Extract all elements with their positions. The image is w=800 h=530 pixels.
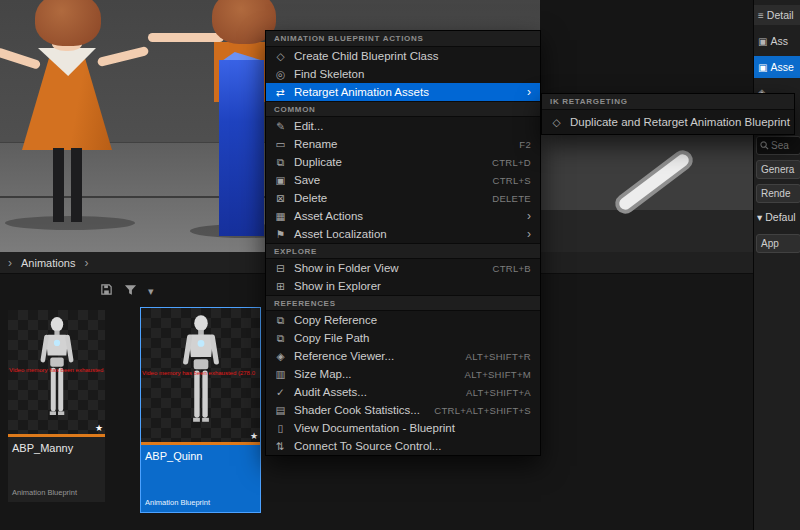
character-leg (71, 148, 82, 222)
shortcut-label: DELETE (492, 193, 531, 204)
character-orange-dress (5, 0, 145, 240)
menu-item-reference-viewer[interactable]: ◈Reference Viewer...ALT+SHIFT+R (266, 347, 540, 365)
search-input[interactable]: Sea (756, 136, 800, 155)
details-icon: ≡ (758, 10, 764, 21)
reference-viewer-icon: ◈ (273, 350, 288, 362)
size-map-icon: ▥ (273, 368, 288, 380)
character-leg (53, 148, 64, 222)
breadcrumb-root-chevron-icon[interactable]: › (8, 256, 12, 270)
menu-item-find-skeleton[interactable]: ◎Find Skeleton (266, 65, 540, 83)
menu-item-copy-reference[interactable]: ⧉Copy Reference (266, 311, 540, 329)
asset-name: ABP_Manny (8, 437, 105, 454)
context-menu: ANIMATION BLUEPRINT ACTIONS◇Create Child… (265, 30, 541, 456)
source-control-icon: ⇅ (273, 440, 288, 452)
shortcut-label: CTRL+D (492, 157, 531, 168)
tab-assets[interactable]: ▣ Ass (754, 31, 800, 51)
tab-details[interactable]: ≡ Detail (754, 5, 800, 25)
menu-item-audit-assets[interactable]: ✓Audit Assets...ALT+SHIFT+A (266, 383, 540, 401)
tab-assets-label: Ass (770, 35, 788, 47)
retarget-icon: ⇄ (273, 86, 288, 98)
asset-thumbnail: Video memory has been exhausted (278.0 ★ (141, 308, 260, 442)
breadcrumb-item-animations[interactable]: Animations (21, 257, 75, 269)
rename-icon: ▭ (273, 138, 288, 150)
menu-item-shader-cook-statistics[interactable]: ▤Shader Cook Statistics...CTRL+ALT+SHIFT… (266, 401, 540, 419)
asset-type: Animation Blueprint (145, 498, 210, 507)
asset-localization-icon: ⚑ (273, 228, 288, 240)
menu-item-view-documentation-blueprint[interactable]: ▯View Documentation - Blueprint (266, 419, 540, 437)
character-arm (148, 33, 224, 42)
new-asset-star-icon: ★ (250, 431, 258, 441)
shortcut-label: ALT+SHIFT+M (465, 369, 531, 380)
menu-item-label: Create Child Blueprint Class (294, 50, 438, 62)
submenu-arrow-icon: › (527, 85, 531, 99)
copy-reference-icon: ⧉ (273, 314, 288, 327)
new-asset-star-icon: ★ (95, 423, 103, 433)
edit-icon: ✎ (273, 120, 288, 132)
tab-details-label: Detail (767, 9, 794, 21)
menu-section-header-common: COMMON (266, 101, 540, 117)
menu-item-asset-localization[interactable]: ⚑Asset Localization› (266, 225, 540, 243)
shader-statistics-icon: ▤ (273, 404, 288, 416)
apply-button[interactable]: App (756, 234, 800, 253)
menu-item-asset-actions[interactable]: ▦Asset Actions› (266, 207, 540, 225)
menu-item-label: Retarget Animation Assets (294, 86, 429, 98)
unreal-editor-window: ≡ Detail ▣ Ass ▣ Asse ◈ Sea Genera Rende… (0, 0, 800, 530)
asset-label: ABP_Manny Animation Blueprint (8, 437, 105, 502)
menu-item-copy-file-path[interactable]: ⧉Copy File Path (266, 329, 540, 347)
menu-item-connect-to-source-control[interactable]: ⇅Connect To Source Control... (266, 437, 540, 455)
tab-asset-details-label: Asse (770, 61, 793, 73)
menu-item-label: Rename (294, 138, 337, 150)
menu-item-label: Audit Assets... (294, 386, 367, 398)
submenu-arrow-icon: › (527, 227, 531, 241)
save-all-icon[interactable] (100, 282, 113, 300)
retarget-blueprint-icon: ◇ (549, 116, 564, 128)
menu-item-label: Duplicate (294, 156, 342, 168)
audit-assets-icon: ✓ (273, 386, 288, 398)
asset-type: Animation Blueprint (12, 488, 77, 497)
filter-chevron-down-icon[interactable]: ▾ (148, 285, 154, 298)
menu-item-label: View Documentation - Blueprint (294, 422, 455, 434)
asset-tile-abp-quinn[interactable]: Video memory has been exhausted (278.0 ★… (140, 307, 261, 513)
filter-icon[interactable] (124, 282, 137, 300)
general-button[interactable]: Genera (756, 160, 800, 179)
menu-item-show-in-folder-view[interactable]: ⊟Show in Folder ViewCTRL+B (266, 259, 540, 277)
menu-item-label: Connect To Source Control... (294, 440, 441, 452)
child-blueprint-icon: ◇ (273, 50, 288, 62)
menu-section-header-references: REFERENCES (266, 295, 540, 311)
video-memory-warning-text: Video memory has been exhausted (278.0 (142, 370, 260, 376)
menu-item-retarget-animation-assets[interactable]: ⇄Retarget Animation Assets› (266, 83, 540, 101)
copy-file-path-icon: ⧉ (273, 332, 288, 345)
menu-item-rename[interactable]: ▭RenameF2 (266, 135, 540, 153)
menu-section-header-explore: EXPLORE (266, 243, 540, 259)
menu-item-label: Size Map... (294, 368, 352, 380)
explorer-icon: ⊞ (273, 280, 288, 292)
details-panel: ≡ Detail ▣ Ass ▣ Asse ◈ Sea Genera Rende… (753, 0, 800, 530)
breadcrumb-chevron-icon[interactable]: › (84, 256, 88, 270)
menu-item-label: Delete (294, 192, 327, 204)
menu-item-label: Copy Reference (294, 314, 377, 326)
asset-label: ABP_Quinn Animation Blueprint (141, 445, 260, 512)
tab-asset-details-selected[interactable]: ▣ Asse (754, 56, 800, 78)
submenu-item-label: Duplicate and Retarget Animation Bluepri… (570, 116, 790, 128)
render-button[interactable]: Rende (756, 184, 800, 203)
delete-icon: ⊠ (273, 192, 288, 204)
menu-item-duplicate[interactable]: ⧉DuplicateCTRL+D (266, 153, 540, 171)
asset-tile-abp-manny[interactable]: Video memory has been exhausted (1391.3 … (8, 310, 105, 502)
documentation-icon: ▯ (273, 422, 288, 434)
menu-item-label: Reference Viewer... (294, 350, 394, 362)
default-section-header[interactable]: ▾ Defaul (757, 211, 796, 223)
search-placeholder: Sea (771, 140, 789, 151)
menu-item-show-in-explorer[interactable]: ⊞Show in Explorer (266, 277, 540, 295)
shortcut-label: CTRL+S (493, 175, 532, 186)
search-icon (760, 141, 769, 150)
menu-item-label: Asset Actions (294, 210, 363, 222)
menu-item-edit[interactable]: ✎Edit... (266, 117, 540, 135)
asset-name: ABP_Quinn (141, 445, 260, 462)
submenu-arrow-icon: › (527, 209, 531, 223)
submenu-item-duplicate-and-retarget-animation-blueprint[interactable]: ◇Duplicate and Retarget Animation Bluepr… (542, 110, 794, 134)
find-skeleton-icon: ◎ (273, 68, 288, 80)
menu-item-save[interactable]: ▣SaveCTRL+S (266, 171, 540, 189)
menu-item-create-child-blueprint-class[interactable]: ◇Create Child Blueprint Class (266, 47, 540, 65)
menu-item-size-map[interactable]: ▥Size Map...ALT+SHIFT+M (266, 365, 540, 383)
menu-item-delete[interactable]: ⊠DeleteDELETE (266, 189, 540, 207)
